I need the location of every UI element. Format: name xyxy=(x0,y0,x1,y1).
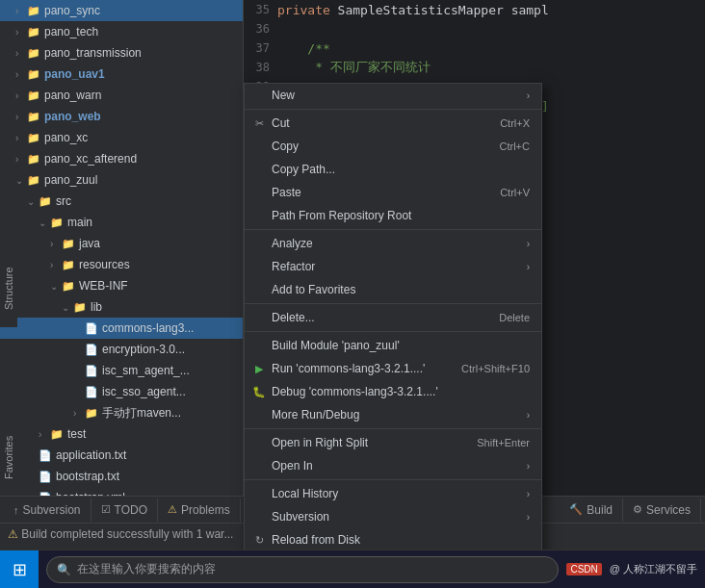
sidebar-item-pano-sync[interactable]: › 📁 pano_sync xyxy=(0,0,243,21)
item-label: java xyxy=(79,237,100,250)
menu-item-local-history[interactable]: Local History › xyxy=(245,482,541,505)
sidebar-item-encryption[interactable]: 📄 encryption-3.0... xyxy=(0,339,243,360)
menu-item-run[interactable]: ▶ Run 'commons-lang3-3.2.1....' Ctrl+Shi… xyxy=(245,357,541,380)
folder-icon: 📁 xyxy=(27,89,40,102)
tab-build[interactable]: 🔨 Build xyxy=(560,499,623,522)
debug-icon: 🐛 xyxy=(250,386,268,398)
txt-icon: 📄 xyxy=(39,471,52,483)
cut-icon: ✂ xyxy=(250,117,268,130)
sidebar-item-pano-xc-afterend[interactable]: › 📁 pano_xc_afterend xyxy=(0,148,243,169)
tab-services[interactable]: ⚙ Services xyxy=(623,499,701,522)
menu-label: Open in Right Split xyxy=(272,436,368,449)
menu-item-more-run[interactable]: More Run/Debug › xyxy=(245,403,541,426)
menu-label: Debug 'commons-lang3-3.2.1....' xyxy=(272,385,438,398)
folder-icon: 📁 xyxy=(85,407,98,420)
menu-item-refactor[interactable]: Refactor › xyxy=(245,255,541,278)
sidebar-item-pano-transmission[interactable]: › 📁 pano_transmission xyxy=(0,42,243,64)
sidebar-item-pano-xc[interactable]: › 📁 pano_xc xyxy=(0,127,243,148)
menu-item-paste[interactable]: Paste Ctrl+V xyxy=(245,181,541,204)
menu-item-open-right-split[interactable]: Open in Right Split Shift+Enter xyxy=(245,431,541,454)
item-label: WEB-INF xyxy=(79,279,128,293)
taskbar-search[interactable]: 🔍 在这里输入你要搜索的内容 xyxy=(46,556,559,583)
code-line-36: 36 xyxy=(244,19,705,38)
problems-tab-icon: ⚠ xyxy=(168,503,177,516)
tab-subversion[interactable]: ↑ Subversion xyxy=(4,499,91,522)
jar-icon: 📄 xyxy=(85,344,98,356)
sidebar-item-pano-uav1[interactable]: › 📁 pano_uav1 xyxy=(0,64,243,85)
sidebar-item-src[interactable]: ⌄ 📁 src xyxy=(0,191,243,212)
sidebar-item-shoudong[interactable]: › 📁 手动打maven... xyxy=(0,402,243,423)
sidebar-item-application-txt[interactable]: 📄 application.txt xyxy=(0,445,243,466)
expand-arrow: › xyxy=(50,260,62,270)
menu-label: Build Module 'pano_zuul' xyxy=(272,339,400,352)
sidebar-item-java[interactable]: › 📁 java xyxy=(0,233,243,254)
menu-item-analyze[interactable]: Analyze › xyxy=(245,232,541,255)
folder-icon: 📁 xyxy=(62,259,75,271)
sidebar-item-isc-sm[interactable]: 📄 isc_sm_agent_... xyxy=(0,360,243,381)
build-tab-icon: 🔨 xyxy=(569,503,583,516)
expand-arrow: › xyxy=(15,133,27,143)
menu-label: Path From Repository Root xyxy=(272,209,411,222)
menu-item-open-in[interactable]: Open In › xyxy=(245,454,541,477)
menu-item-debug[interactable]: 🐛 Debug 'commons-lang3-3.2.1....' xyxy=(245,380,541,403)
menu-item-path-from-repo[interactable]: Path From Repository Root xyxy=(245,204,541,227)
sidebar-item-lib[interactable]: ⌄ 📁 lib xyxy=(0,296,243,318)
tab-todo[interactable]: ☑ TODO xyxy=(91,499,158,522)
expand-arrow: ⌄ xyxy=(62,302,73,313)
menu-item-copy[interactable]: Copy Ctrl+C xyxy=(245,135,541,158)
services-tab-icon: ⚙ xyxy=(633,503,642,516)
item-label: pano_transmission xyxy=(44,46,142,60)
sidebar-item-pano-tech[interactable]: › 📁 pano_tech xyxy=(0,21,243,42)
sidebar-item-web-inf[interactable]: ⌄ 📁 WEB-INF xyxy=(0,275,243,296)
structure-tab[interactable]: Structure xyxy=(0,250,17,327)
menu-item-copy-path[interactable]: Copy Path... xyxy=(245,158,541,181)
search-icon: 🔍 xyxy=(57,563,71,576)
separator xyxy=(245,303,541,304)
menu-label: Subversion xyxy=(272,510,329,524)
sidebar-item-main[interactable]: ⌄ 📁 main xyxy=(0,212,243,233)
item-label: pano_zuul xyxy=(44,173,97,187)
submenu-arrow: › xyxy=(527,90,530,101)
folder-icon: 📁 xyxy=(73,301,87,314)
menu-item-subversion[interactable]: Subversion › xyxy=(245,505,541,528)
expand-arrow: › xyxy=(15,90,27,101)
folder-icon: 📁 xyxy=(27,68,40,81)
item-label: pano_web xyxy=(44,110,101,123)
favorites-tab[interactable]: Favorites xyxy=(0,423,17,491)
menu-label: Refactor xyxy=(272,260,315,273)
menu-item-new[interactable]: New › xyxy=(245,84,541,107)
sidebar-item-pano-warn[interactable]: › 📁 pano_warn xyxy=(0,85,243,106)
sidebar-item-bootstrap-txt[interactable]: 📄 bootstrap.txt xyxy=(0,466,243,487)
item-label: src xyxy=(56,194,71,208)
run-icon: ▶ xyxy=(250,363,268,375)
menu-item-build-module[interactable]: Build Module 'pano_zuul' xyxy=(245,334,541,357)
separator xyxy=(245,428,541,429)
item-label: test xyxy=(67,427,86,441)
jar-icon: 📄 xyxy=(85,386,98,398)
expand-arrow: › xyxy=(15,154,27,165)
sidebar-item-isc-sso[interactable]: 📄 isc_sso_agent... xyxy=(0,381,243,402)
shortcut: Shift+Enter xyxy=(477,437,530,448)
menu-item-add-favorites[interactable]: Add to Favorites xyxy=(245,278,541,301)
menu-label: Run 'commons-lang3-3.2.1....' xyxy=(272,362,425,375)
sidebar-item-resources[interactable]: › 📁 resources xyxy=(0,254,243,275)
svn-tab-icon: ↑ xyxy=(13,504,19,516)
item-label: commons-lang3... xyxy=(102,321,194,335)
jar-icon: 📄 xyxy=(85,322,98,335)
item-label: isc_sso_agent... xyxy=(102,385,186,398)
sidebar-item-test[interactable]: › 📁 test xyxy=(0,423,243,445)
tab-problems[interactable]: ⚠ Problems xyxy=(158,499,241,522)
windows-start-button[interactable]: ⊞ xyxy=(0,550,39,589)
shortcut: Ctrl+V xyxy=(500,187,530,198)
menu-label: Open In xyxy=(272,459,313,473)
expand-arrow: › xyxy=(15,48,27,59)
menu-label: Local History xyxy=(272,487,338,500)
sidebar-item-pano-zuul[interactable]: ⌄ 📁 pano_zuul xyxy=(0,169,243,191)
item-label: application.txt xyxy=(56,448,126,462)
menu-item-delete[interactable]: Delete... Delete xyxy=(245,306,541,329)
menu-item-cut[interactable]: ✂ Cut Ctrl+X xyxy=(245,112,541,135)
sidebar-item-pano-web[interactable]: › 📁 pano_web xyxy=(0,106,243,127)
sidebar-item-commons-lang[interactable]: 📄 commons-lang3... xyxy=(0,318,243,339)
menu-item-reload-disk[interactable]: ↻ Reload from Disk xyxy=(245,528,541,551)
shortcut: Delete xyxy=(499,312,530,323)
